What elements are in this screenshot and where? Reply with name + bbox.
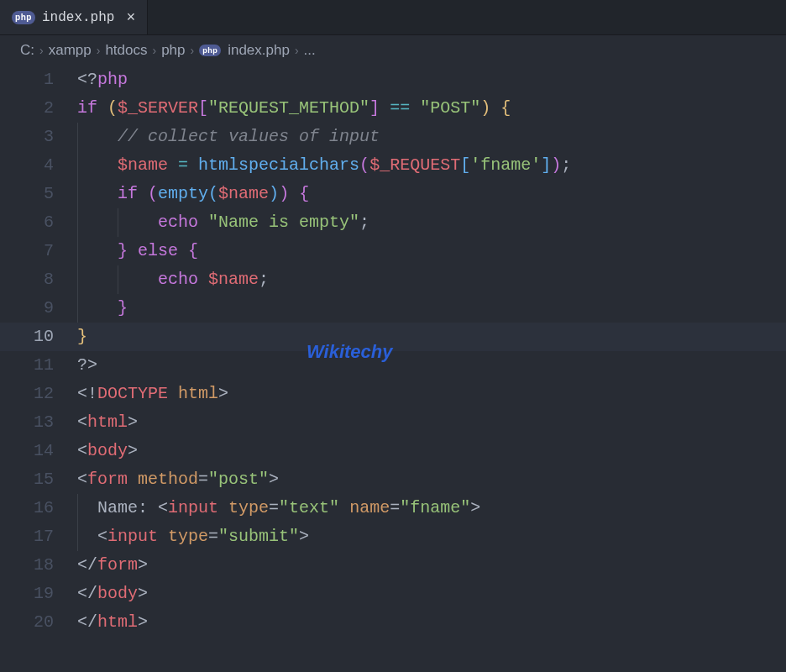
breadcrumb-part[interactable]: htdocs [105, 42, 147, 59]
php-icon: php [199, 45, 221, 56]
tab-bar: php index.php × [0, 0, 786, 35]
code-token: // collect values of input [118, 127, 380, 146]
code-token: if [118, 184, 138, 203]
line-number: 13 [0, 408, 77, 437]
code-token: > [269, 470, 279, 489]
code-token [77, 241, 118, 260]
code-token: } [118, 298, 128, 318]
code-token: form [87, 470, 128, 489]
breadcrumb-root[interactable]: C: [20, 42, 34, 59]
code-editor[interactable]: Wikitechy 1 <?php 2 if ($_SERVER["REQUES… [0, 66, 786, 637]
code-token: "POST" [420, 98, 480, 118]
code-token [339, 498, 349, 517]
code-token: input [107, 527, 158, 546]
code-token [77, 127, 118, 146]
code-token [138, 184, 148, 203]
code-token: html [178, 384, 218, 403]
line-number: 18 [0, 551, 77, 580]
code-line[interactable]: 18 </form> [0, 551, 786, 580]
line-number: 12 [0, 380, 77, 408]
code-token [380, 98, 390, 118]
code-token [128, 470, 138, 489]
code-token: echo [158, 270, 198, 289]
breadcrumb-file[interactable]: index.php [228, 42, 290, 59]
code-token: if [77, 98, 97, 118]
code-line[interactable]: 4 $name = htmlspecialchars($_REQUEST['fn… [0, 151, 786, 180]
code-token: [ [198, 98, 208, 118]
code-token: type [168, 527, 208, 546]
code-token: { [299, 184, 309, 203]
code-token [188, 155, 198, 175]
code-line[interactable]: 3 // collect values of input [0, 123, 786, 151]
code-line[interactable]: 2 if ($_SERVER["REQUEST_METHOD"] == "POS… [0, 94, 786, 123]
code-token: ) [279, 184, 289, 203]
breadcrumb[interactable]: C: › xampp › htdocs › php › php index.ph… [0, 35, 786, 66]
chevron-right-icon: › [295, 44, 299, 57]
code-token: DOCTYPE [97, 384, 168, 403]
code-line[interactable]: 8 echo $name; [0, 265, 786, 294]
code-token: "text" [279, 498, 339, 517]
tab-index-php[interactable]: php index.php × [0, 0, 148, 34]
code-token: ; [259, 270, 269, 289]
code-token: = [208, 527, 218, 546]
code-token [490, 98, 500, 118]
code-token: empty [158, 184, 208, 203]
breadcrumb-ellipsis[interactable]: ... [304, 42, 316, 59]
code-line[interactable]: 20 </html> [0, 608, 786, 637]
code-token: == [390, 98, 410, 118]
code-line[interactable]: 13 <html> [0, 408, 786, 437]
code-line[interactable]: 9 } [0, 294, 786, 323]
code-token: } [118, 241, 128, 260]
code-token: < [77, 412, 87, 432]
line-number: 9 [0, 294, 77, 323]
code-token: html [87, 412, 128, 432]
code-token [97, 98, 107, 118]
breadcrumb-part[interactable]: php [161, 42, 185, 59]
code-token: method [138, 470, 198, 489]
code-line[interactable]: 10 } [0, 323, 786, 351]
code-line[interactable]: 1 <?php [0, 66, 786, 94]
code-line[interactable]: 15 <form method="post"> [0, 465, 786, 494]
code-token: ( [148, 184, 158, 203]
line-number: 20 [0, 608, 77, 637]
line-number: 4 [0, 151, 77, 180]
line-number: 10 [0, 323, 77, 351]
code-line[interactable]: 16 Name: <input type="text" name="fname"… [0, 494, 786, 522]
code-token: 'fname' [470, 155, 541, 175]
code-token: > [299, 527, 309, 546]
code-line[interactable]: 5 if (empty($name)) { [0, 180, 786, 208]
code-line[interactable]: 14 <body> [0, 437, 786, 465]
php-icon: php [12, 11, 35, 24]
code-token: ) [480, 98, 490, 118]
code-token [77, 527, 97, 546]
code-token: "submit" [218, 527, 299, 546]
breadcrumb-part[interactable]: xampp [49, 42, 92, 59]
code-token [158, 527, 168, 546]
line-number: 17 [0, 522, 77, 551]
code-line[interactable]: 19 </body> [0, 580, 786, 608]
code-line[interactable]: 12 <!DOCTYPE html> [0, 380, 786, 408]
code-token: ?> [77, 355, 97, 375]
line-number: 8 [0, 265, 77, 294]
code-token: echo [158, 213, 198, 232]
code-line[interactable]: 6 echo "Name is empty"; [0, 208, 786, 237]
code-token: $name [118, 155, 168, 175]
code-token: < [97, 527, 107, 546]
code-token [198, 213, 208, 232]
code-token: Name: [97, 498, 158, 517]
code-token: $name [218, 184, 269, 203]
code-token: <? [77, 70, 97, 89]
code-token [168, 155, 178, 175]
code-token: "post" [208, 470, 269, 489]
code-token [77, 298, 118, 318]
code-token: </ [77, 612, 97, 632]
code-line[interactable]: 17 <input type="submit"> [0, 522, 786, 551]
code-token [77, 184, 118, 203]
code-token: body [87, 441, 128, 460]
code-line[interactable]: 7 } else { [0, 237, 786, 265]
code-token: > [128, 412, 138, 432]
code-line[interactable]: 11 ?> [0, 351, 786, 380]
close-icon[interactable]: × [126, 10, 135, 25]
code-token: { [188, 241, 198, 260]
line-number: 3 [0, 123, 77, 151]
